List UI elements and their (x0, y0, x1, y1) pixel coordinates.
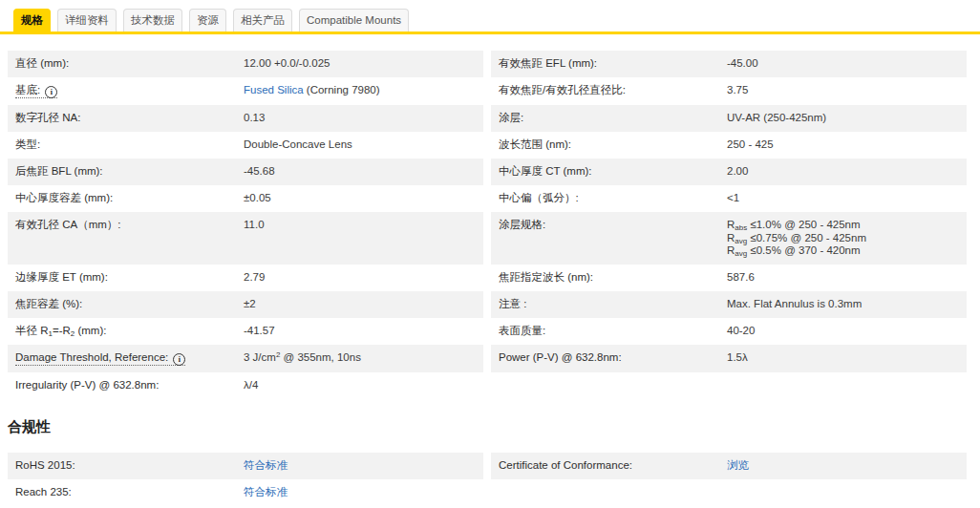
spec-label: 半径 R1=-R2 (mm): (8, 325, 244, 338)
table-row: 半径 R1=-R2 (mm): -41.57 表面质量: 40-20 (8, 318, 967, 345)
row-right-half: 表面质量: 40-20 (491, 318, 967, 345)
tab-compatible-mounts[interactable]: Compatible Mounts (299, 9, 409, 32)
spec-label: 有效焦距 EFL (mm): (491, 57, 727, 71)
row-right-half (491, 372, 967, 399)
spec-label: 表面质量: (491, 325, 727, 338)
spec-label: 中心偏（弧分）: (491, 192, 727, 205)
spec-label: 数字孔径 NA: (8, 112, 244, 125)
row-left-half: 基底: i Fused Silica (Corning 7980) (8, 77, 483, 105)
spec-value: <1 (727, 192, 967, 205)
spec-label: 焦距容差 (%): (8, 298, 244, 311)
spec-value: 1.5λ (727, 351, 967, 365)
spec-label: 中心厚度容差 (mm): (8, 192, 244, 205)
table-row: 基底: i Fused Silica (Corning 7980) 有效焦距/有… (8, 77, 967, 105)
row-left-half: 半径 R1=-R2 (mm): -41.57 (8, 318, 483, 345)
spec-value: 0.13 (244, 112, 483, 125)
row-right-half: 注意 : Max. Flat Annulus is 0.3mm (491, 291, 967, 318)
spec-value: 2.00 (727, 165, 967, 179)
table-row: Irregularity (P-V) @ 632.8nm: λ/4 (8, 372, 967, 399)
row-left-half: 后焦距 BFL (mm): -45.68 (8, 159, 483, 185)
spec-value: 12.00 +0.0/-0.025 (244, 57, 483, 71)
info-icon[interactable]: i (173, 353, 185, 366)
compliance-heading: 合规性 (8, 418, 967, 436)
tab-underline (0, 32, 980, 34)
spec-value: 浏览 (727, 459, 967, 473)
spec-label: 焦距指定波长 (nm): (491, 271, 727, 285)
spec-label: 基底: i (8, 84, 244, 98)
row-left-half: 数字孔径 NA: 0.13 (8, 105, 483, 132)
compliance-table: RoHS 2015: 符合标准 Certificate of Conforman… (8, 453, 967, 506)
row-left-half: Reach 235: 符合标准 (8, 479, 483, 506)
spec-value: 符合标准 (244, 486, 483, 499)
row-left-half: 焦距容差 (%): ±2 (8, 291, 483, 318)
spec-label: RoHS 2015: (8, 459, 244, 473)
row-right-half: 中心厚度 CT (mm): 2.00 (491, 159, 967, 185)
spec-label: 直径 (mm): (8, 57, 244, 71)
spec-value: UV-AR (250-425nm) (727, 112, 967, 125)
spec-value: Double-Concave Lens (244, 138, 483, 152)
spec-value: 587.6 (727, 271, 967, 285)
tab-resources[interactable]: 资源 (189, 9, 226, 32)
spec-label: 有效焦距/有效孔径直径比: (491, 84, 727, 97)
row-right-half: 焦距指定波长 (nm): 587.6 (491, 265, 967, 291)
spec-label: Power (P-V) @ 632.8nm: (491, 351, 727, 365)
spec-label: Certificate of Conformance: (491, 459, 727, 473)
spec-value: 3.75 (727, 84, 967, 97)
table-row: 有效孔径 CA（mm）: 11.0 涂层规格: Rabs ≤1.0% @ 250… (8, 212, 967, 265)
table-row: RoHS 2015: 符合标准 Certificate of Conforman… (8, 453, 967, 479)
spec-value: Max. Flat Annulus is 0.3mm (727, 298, 967, 311)
spec-label: 涂层: (491, 112, 727, 125)
tab-label: 技术数据 (131, 14, 175, 26)
row-right-half: 有效焦距/有效孔径直径比: 3.75 (491, 77, 967, 105)
spec-value: 11.0 (244, 219, 483, 232)
spec-value: 符合标准 (244, 459, 483, 473)
row-right-half: Power (P-V) @ 632.8nm: 1.5λ (491, 345, 967, 372)
spec-value: ±2 (244, 298, 483, 311)
row-right-half: 中心偏（弧分）: <1 (491, 185, 967, 212)
table-row: 直径 (mm): 12.00 +0.0/-0.025 有效焦距 EFL (mm)… (8, 51, 967, 77)
spec-value: Fused Silica (Corning 7980) (244, 84, 483, 97)
table-row: Reach 235: 符合标准 (8, 479, 967, 506)
tab-label: 资源 (197, 14, 219, 26)
spec-value: -45.68 (244, 165, 483, 179)
spec-label: 后焦距 BFL (mm): (8, 165, 244, 179)
row-left-half: Irregularity (P-V) @ 632.8nm: λ/4 (8, 372, 483, 399)
spec-label: 注意 : (491, 298, 727, 311)
row-left-half: 类型: Double-Concave Lens (8, 132, 483, 159)
spec-value: Rabs ≤1.0% @ 250 - 425nmRavg ≤0.75% @ 25… (727, 219, 967, 258)
row-left-half: 直径 (mm): 12.00 +0.0/-0.025 (8, 51, 483, 77)
spec-label: Irregularity (P-V) @ 632.8nm: (8, 379, 244, 392)
spec-label: 类型: (8, 138, 244, 152)
row-right-half: 有效焦距 EFL (mm): -45.00 (491, 51, 967, 77)
tab-bar: 规格 详细资料 技术数据 资源 相关产品 Compatible Mounts (0, 0, 980, 32)
specifications-table: 直径 (mm): 12.00 +0.0/-0.025 有效焦距 EFL (mm)… (8, 51, 967, 399)
spec-label: 中心厚度 CT (mm): (491, 165, 727, 179)
row-left-half: Damage Threshold, Reference: i 3 J/cm2 @… (8, 345, 483, 372)
row-left-half: 有效孔径 CA（mm）: 11.0 (8, 212, 483, 265)
table-row: Damage Threshold, Reference: i 3 J/cm2 @… (8, 345, 967, 372)
table-row: 类型: Double-Concave Lens 波长范围 (nm): 250 -… (8, 132, 967, 159)
row-right-half: Certificate of Conformance: 浏览 (491, 453, 967, 479)
tab-related-products[interactable]: 相关产品 (233, 9, 292, 32)
spec-value: -45.00 (727, 57, 967, 71)
info-icon[interactable]: i (45, 86, 57, 98)
tab-tech-data[interactable]: 技术数据 (123, 9, 182, 32)
spec-label: 边缘厚度 ET (mm): (8, 271, 244, 285)
tab-details[interactable]: 详细资料 (57, 9, 117, 32)
value-link[interactable]: Fused Silica (244, 84, 304, 95)
tab-label: 相关产品 (241, 14, 285, 26)
spec-value: 3 J/cm2 @ 355nm, 10ns (244, 351, 483, 365)
table-row: 数字孔径 NA: 0.13 涂层: UV-AR (250-425nm) (8, 105, 967, 132)
value-link[interactable]: 浏览 (727, 459, 749, 471)
value-link[interactable]: 符合标准 (244, 459, 288, 471)
spec-value: 40-20 (727, 325, 967, 338)
table-row: 中心厚度容差 (mm): ±0.05 中心偏（弧分）: <1 (8, 185, 967, 212)
row-left-half: RoHS 2015: 符合标准 (8, 453, 483, 479)
tab-specs[interactable]: 规格 (13, 9, 51, 32)
spec-label: 涂层规格: (491, 219, 727, 232)
value-link[interactable]: 符合标准 (244, 486, 288, 497)
tab-label: 规格 (21, 14, 43, 26)
row-left-half: 中心厚度容差 (mm): ±0.05 (8, 185, 483, 212)
row-left-half: 边缘厚度 ET (mm): 2.79 (8, 265, 483, 291)
tab-label: Compatible Mounts (307, 14, 401, 26)
